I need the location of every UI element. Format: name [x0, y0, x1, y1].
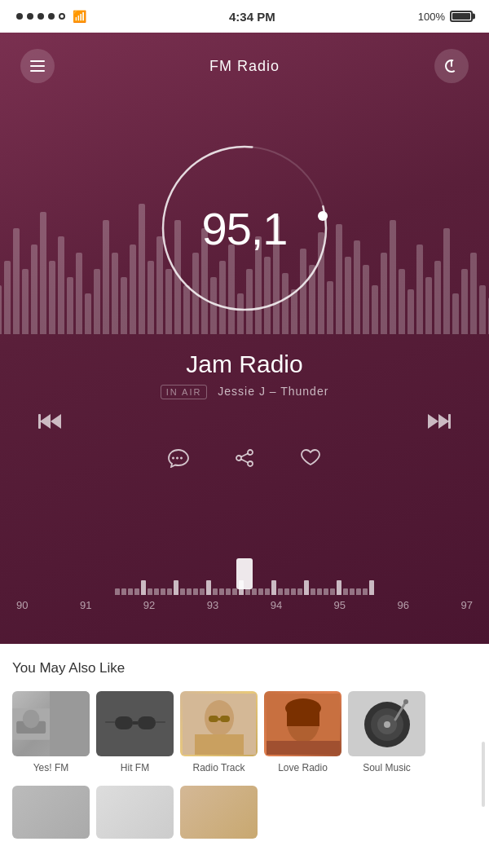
- tick: [193, 588, 198, 595]
- station-info: Jam Radio IN AIR Jessie J – Thunder: [0, 350, 489, 398]
- tick: [180, 588, 185, 595]
- status-left: 📶: [16, 10, 86, 23]
- tick: [200, 588, 205, 595]
- eq-bar: [4, 261, 11, 334]
- freq-label: 96: [398, 599, 409, 611]
- status-bar: 📶 4:34 PM 100%: [0, 0, 489, 33]
- eq-bar: [390, 220, 396, 334]
- menu-button[interactable]: [20, 49, 55, 83]
- frequency-dial[interactable]: 95,1: [155, 139, 334, 318]
- tick: [284, 588, 289, 595]
- rec-label-yes-fm: Yes! FM: [33, 762, 69, 773]
- eq-bar: [85, 293, 91, 334]
- yes-fm-art: [12, 694, 50, 755]
- ruler-ticks: [16, 562, 473, 595]
- freq-label: 92: [143, 599, 155, 611]
- tick-major: [141, 580, 146, 595]
- menu-line: [30, 60, 45, 62]
- tick-major: [206, 580, 211, 595]
- eq-bar: [103, 220, 109, 334]
- now-playing: Jessie J – Thunder: [218, 385, 328, 398]
- rec-item-soul-music[interactable]: Soul Music: [348, 691, 425, 773]
- svg-rect-33: [267, 741, 340, 755]
- frequency-display: 95,1: [202, 202, 288, 255]
- eq-bar: [452, 293, 459, 334]
- eq-bar: [76, 253, 82, 334]
- frequency-ruler[interactable]: 90 91 92 93 94 95 96 97: [0, 562, 489, 611]
- tick: [258, 588, 263, 595]
- svg-rect-27: [195, 734, 244, 755]
- eq-bar: [461, 269, 468, 334]
- heart-button[interactable]: [300, 448, 321, 473]
- fast-forward-button[interactable]: [421, 403, 456, 439]
- tick: [167, 588, 172, 595]
- tick-major: [369, 580, 374, 595]
- eq-bar: [49, 261, 55, 334]
- eq-bar: [336, 224, 342, 334]
- battery-percent: 100%: [418, 11, 445, 23]
- svg-rect-30: [218, 718, 220, 720]
- tick: [148, 588, 152, 595]
- comment-icon: [168, 448, 189, 468]
- svg-rect-22: [133, 721, 138, 725]
- svg-point-42: [403, 699, 408, 704]
- rec-item-hit-fm[interactable]: Hit FM: [96, 691, 174, 773]
- freq-label: 97: [460, 599, 472, 611]
- svg-point-4: [318, 211, 328, 221]
- app-header: FM Radio: [0, 33, 489, 99]
- signal-dot-5: [59, 13, 65, 20]
- tick: [356, 588, 361, 595]
- playback-controls: [0, 403, 489, 439]
- svg-rect-10: [448, 414, 451, 429]
- comment-button[interactable]: [168, 448, 189, 473]
- battery-icon: [450, 11, 473, 22]
- rewind-button[interactable]: [33, 403, 68, 439]
- tick: [291, 588, 296, 595]
- app-title: FM Radio: [209, 58, 280, 75]
- eq-bar: [345, 257, 351, 334]
- recommendations-title: You May Also Like: [12, 660, 477, 676]
- svg-rect-7: [38, 414, 41, 429]
- eq-bar: [112, 253, 118, 334]
- rec-thumb-soul-music: [348, 691, 425, 756]
- recommendations-section: You May Also Like Yes! FM: [0, 644, 489, 868]
- power-button[interactable]: [434, 49, 469, 83]
- freq-label: 95: [334, 599, 346, 611]
- eq-bar: [22, 269, 29, 334]
- love-radio-art: [267, 694, 340, 755]
- tick: [232, 588, 237, 595]
- rec-thumb-row2-1: [12, 786, 90, 839]
- svg-rect-35: [287, 710, 319, 726]
- rec-item-love-radio[interactable]: Love Radio: [264, 691, 341, 773]
- rec-label-soul-music: Soul Music: [363, 762, 411, 773]
- tick: [363, 588, 368, 595]
- scroll-indicator[interactable]: [482, 742, 485, 807]
- rec-row-2: [12, 786, 477, 839]
- tick: [187, 588, 192, 595]
- eq-bar: [470, 253, 477, 334]
- tick: [219, 588, 224, 595]
- soul-music-art: [350, 694, 424, 755]
- rewind-icon: [38, 412, 63, 430]
- share-button[interactable]: [234, 448, 255, 473]
- tick: [161, 588, 165, 595]
- eq-bar: [381, 253, 387, 334]
- rec-thumb-row2-2: [96, 786, 174, 839]
- tick: [245, 588, 250, 595]
- station-name: Jam Radio: [0, 350, 489, 378]
- eq-bar: [372, 285, 378, 334]
- radio-track-art: [183, 694, 256, 755]
- status-time: 4:34 PM: [229, 10, 275, 24]
- eq-bar: [354, 240, 360, 334]
- fast-forward-icon: [426, 412, 451, 430]
- eq-bar: [408, 289, 414, 334]
- freq-label: 93: [207, 599, 218, 611]
- svg-rect-21: [138, 716, 156, 729]
- eq-bar: [148, 261, 154, 334]
- rec-item-yes-fm[interactable]: Yes! FM: [12, 691, 90, 773]
- svg-rect-28: [209, 716, 218, 722]
- tick: [350, 588, 355, 595]
- status-right: 100%: [418, 11, 473, 23]
- eq-bar: [399, 269, 405, 334]
- rec-item-radio-track[interactable]: Radio Track: [180, 691, 258, 773]
